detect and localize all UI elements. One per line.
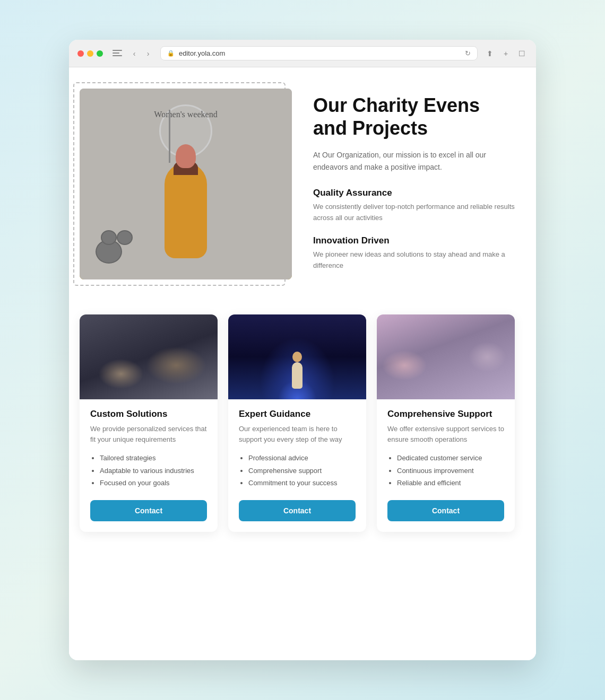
lock-icon: 🔒 bbox=[167, 50, 175, 57]
traffic-light-red[interactable] bbox=[77, 50, 84, 57]
card-3: Comprehensive Support We offer extensive… bbox=[377, 314, 515, 531]
address-bar-container[interactable]: 🔒 ↻ bbox=[160, 46, 478, 60]
card-3-list-item-2: Continuous improvement bbox=[397, 465, 504, 477]
card-3-title: Comprehensive Support bbox=[387, 409, 504, 419]
drum-kit bbox=[96, 226, 138, 264]
browser-window: ‹ › 🔒 ↻ ⬆ + ☐ Women's weekend bbox=[69, 40, 536, 660]
card-2-description: Our experienced team is here to support … bbox=[239, 424, 356, 444]
cards-section: Custom Solutions We provide personalized… bbox=[80, 314, 515, 531]
browser-chrome: ‹ › 🔒 ↻ ⬆ + ☐ bbox=[69, 40, 536, 67]
card-1-list: Tailored strategies Adaptable to various… bbox=[90, 452, 207, 489]
card-1-list-item-1: Tailored strategies bbox=[100, 452, 207, 464]
card-2-list-item-2: Comprehensive support bbox=[248, 465, 356, 477]
card-3-description: We offer extensive support services to e… bbox=[387, 424, 504, 444]
bookmarks-button[interactable]: ☐ bbox=[516, 48, 528, 59]
feature-block-2: Innovation Driven We pioneer new ideas a… bbox=[313, 235, 515, 272]
card-3-list-item-3: Reliable and efficient bbox=[397, 477, 504, 489]
tabs-icon[interactable] bbox=[113, 50, 122, 57]
speaker-body bbox=[292, 362, 302, 389]
card-1-list-item-2: Adaptable to various industries bbox=[100, 465, 207, 477]
card-1-title: Custom Solutions bbox=[90, 409, 207, 419]
new-tab-button[interactable]: + bbox=[500, 48, 512, 59]
card-2-image bbox=[228, 314, 366, 399]
card-2: Expert Guidance Our experienced team is … bbox=[228, 314, 366, 531]
browser-actions: ⬆ + ☐ bbox=[484, 48, 528, 59]
speaker-figure bbox=[292, 352, 302, 389]
feature-title-2: Innovation Driven bbox=[313, 235, 515, 246]
hero-image-text-overlay: Women's weekend bbox=[154, 110, 217, 119]
hero-figure-body bbox=[165, 163, 207, 258]
hero-image-wrapper: Women's weekend bbox=[80, 89, 292, 279]
traffic-lights bbox=[77, 50, 103, 57]
hero-image: Women's weekend bbox=[80, 89, 292, 279]
card-3-body: Comprehensive Support We offer extensive… bbox=[377, 399, 515, 531]
feature-description-2: We pioneer new ideas and solutions to st… bbox=[313, 249, 515, 272]
drum-3 bbox=[117, 230, 133, 245]
drum-2 bbox=[101, 230, 117, 245]
address-bar[interactable] bbox=[179, 49, 461, 57]
card-2-list: Professional advice Comprehensive suppor… bbox=[239, 452, 356, 489]
card-3-image bbox=[377, 314, 515, 399]
traffic-light-yellow[interactable] bbox=[87, 50, 93, 57]
hero-figure-head bbox=[176, 144, 196, 168]
traffic-light-green[interactable] bbox=[97, 50, 103, 57]
card-1: Custom Solutions We provide personalized… bbox=[80, 314, 218, 531]
card-1-description: We provide personalized services that fi… bbox=[90, 424, 207, 444]
feature-title-1: Quality Assurance bbox=[313, 188, 515, 198]
speaker-head bbox=[292, 352, 302, 362]
feature-block-1: Quality Assurance We consistently delive… bbox=[313, 188, 515, 224]
card-2-list-item-1: Professional advice bbox=[248, 452, 356, 464]
card-1-list-item-3: Focused on your goals bbox=[100, 477, 207, 489]
back-button[interactable]: ‹ bbox=[128, 48, 140, 59]
card-3-list: Dedicated customer service Continuous im… bbox=[387, 452, 504, 489]
nav-arrows: ‹ › bbox=[128, 48, 154, 59]
refresh-icon[interactable]: ↻ bbox=[465, 49, 471, 57]
card-2-list-item-3: Commitment to your success bbox=[248, 477, 356, 489]
card-1-contact-button[interactable]: Contact bbox=[90, 500, 207, 521]
card-2-body: Expert Guidance Our experienced team is … bbox=[228, 399, 366, 531]
hero-section: Women's weekend Our Charity Evens and Pr… bbox=[80, 89, 515, 283]
hero-content: Our Charity Evens and Projects At Our Or… bbox=[313, 89, 515, 283]
card-1-image bbox=[80, 314, 218, 399]
page-content: Women's weekend Our Charity Evens and Pr… bbox=[69, 67, 536, 660]
mic-stand bbox=[169, 110, 170, 163]
card-2-title: Expert Guidance bbox=[239, 409, 356, 419]
card-3-contact-button[interactable]: Contact bbox=[387, 500, 504, 521]
hero-description: At Our Organization, our mission is to e… bbox=[313, 149, 515, 173]
card-1-body: Custom Solutions We provide personalized… bbox=[80, 399, 218, 531]
share-button[interactable]: ⬆ bbox=[484, 48, 496, 59]
forward-button[interactable]: › bbox=[142, 48, 154, 59]
card-3-list-item-1: Dedicated customer service bbox=[397, 452, 504, 464]
hero-title: Our Charity Evens and Projects bbox=[313, 94, 515, 139]
card-2-contact-button[interactable]: Contact bbox=[239, 500, 356, 521]
feature-description-1: We consistently deliver top-notch perfor… bbox=[313, 202, 515, 224]
